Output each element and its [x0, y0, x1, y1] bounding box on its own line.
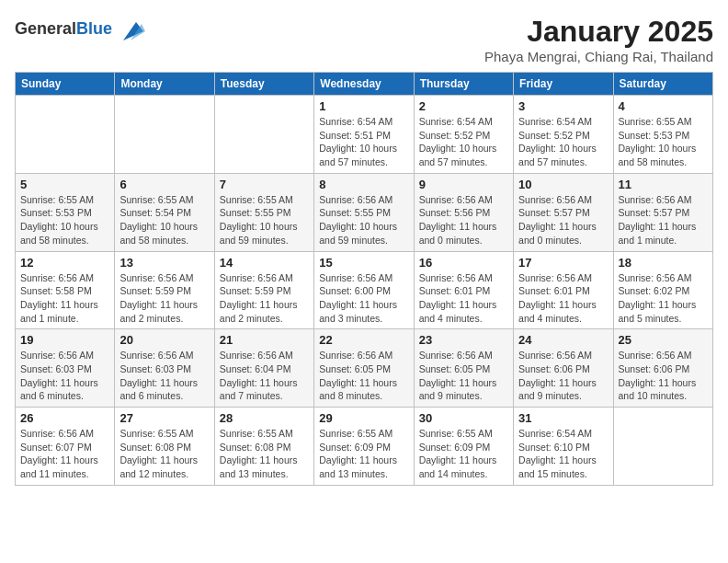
day-info: Sunrise: 6:56 AM Sunset: 6:03 PM Dayligh… [20, 349, 109, 403]
day-info: Sunrise: 6:56 AM Sunset: 5:57 PM Dayligh… [619, 193, 708, 247]
day-number: 11 [619, 178, 708, 191]
calendar-cell: 29Sunrise: 6:55 AM Sunset: 6:09 PM Dayli… [314, 408, 414, 486]
day-info: Sunrise: 6:54 AM Sunset: 5:51 PM Dayligh… [319, 115, 408, 169]
calendar-week-2: 5Sunrise: 6:55 AM Sunset: 5:53 PM Daylig… [16, 173, 713, 251]
calendar-cell: 27Sunrise: 6:55 AM Sunset: 6:08 PM Dayli… [115, 408, 214, 486]
day-info: Sunrise: 6:55 AM Sunset: 6:08 PM Dayligh… [119, 427, 209, 481]
day-info: Sunrise: 6:56 AM Sunset: 5:55 PM Dayligh… [319, 193, 408, 247]
calendar-cell: 12Sunrise: 6:56 AM Sunset: 5:58 PM Dayli… [16, 251, 115, 329]
calendar-cell: 15Sunrise: 6:56 AM Sunset: 6:00 PM Dayli… [314, 251, 414, 329]
day-info: Sunrise: 6:56 AM Sunset: 6:01 PM Dayligh… [419, 271, 508, 326]
day-info: Sunrise: 6:56 AM Sunset: 6:04 PM Dayligh… [220, 349, 309, 403]
day-number: 28 [220, 411, 309, 425]
calendar-cell: 26Sunrise: 6:56 AM Sunset: 6:07 PM Dayli… [16, 408, 115, 486]
day-info: Sunrise: 6:56 AM Sunset: 6:03 PM Dayligh… [119, 349, 209, 403]
day-number: 20 [119, 333, 209, 347]
day-number: 6 [119, 178, 209, 191]
day-info: Sunrise: 6:56 AM Sunset: 6:07 PM Dayligh… [20, 427, 109, 481]
day-info: Sunrise: 6:55 AM Sunset: 6:08 PM Dayligh… [220, 427, 309, 481]
day-number: 22 [319, 333, 408, 347]
day-info: Sunrise: 6:54 AM Sunset: 5:52 PM Dayligh… [419, 115, 508, 169]
calendar-cell [214, 96, 313, 174]
day-number: 31 [518, 411, 608, 425]
day-number: 1 [319, 99, 408, 113]
weekday-header-friday: Friday [514, 73, 613, 96]
day-info: Sunrise: 6:56 AM Sunset: 6:00 PM Dayligh… [319, 271, 408, 326]
calendar-table: SundayMondayTuesdayWednesdayThursdayFrid… [15, 72, 713, 486]
day-info: Sunrise: 6:56 AM Sunset: 5:56 PM Dayligh… [419, 193, 508, 247]
calendar-cell: 24Sunrise: 6:56 AM Sunset: 6:06 PM Dayli… [514, 329, 613, 408]
day-number: 16 [419, 256, 508, 270]
day-number: 30 [419, 411, 508, 425]
day-number: 24 [518, 333, 608, 347]
calendar-week-1: 1Sunrise: 6:54 AM Sunset: 5:51 PM Daylig… [16, 96, 713, 174]
logo-general: GeneralBlue [15, 20, 112, 39]
calendar-cell: 22Sunrise: 6:56 AM Sunset: 6:05 PM Dayli… [314, 329, 414, 408]
day-info: Sunrise: 6:55 AM Sunset: 5:53 PM Dayligh… [619, 115, 708, 169]
day-number: 26 [20, 411, 109, 425]
day-info: Sunrise: 6:56 AM Sunset: 6:05 PM Dayligh… [419, 349, 508, 403]
day-number: 13 [119, 256, 209, 270]
day-number: 15 [319, 256, 408, 270]
calendar-week-5: 26Sunrise: 6:56 AM Sunset: 6:07 PM Dayli… [16, 408, 713, 486]
calendar-cell: 21Sunrise: 6:56 AM Sunset: 6:04 PM Dayli… [214, 329, 313, 408]
day-number: 7 [220, 178, 309, 191]
calendar-cell: 6Sunrise: 6:55 AM Sunset: 5:54 PM Daylig… [115, 173, 214, 251]
weekday-header-row: SundayMondayTuesdayWednesdayThursdayFrid… [16, 73, 713, 96]
day-number: 27 [119, 411, 209, 425]
day-info: Sunrise: 6:55 AM Sunset: 6:09 PM Dayligh… [319, 427, 408, 481]
calendar-cell: 1Sunrise: 6:54 AM Sunset: 5:51 PM Daylig… [314, 96, 414, 174]
day-info: Sunrise: 6:56 AM Sunset: 6:05 PM Dayligh… [319, 349, 408, 403]
day-info: Sunrise: 6:55 AM Sunset: 5:54 PM Dayligh… [119, 193, 209, 247]
calendar-week-4: 19Sunrise: 6:56 AM Sunset: 6:03 PM Dayli… [16, 329, 713, 408]
day-info: Sunrise: 6:55 AM Sunset: 6:09 PM Dayligh… [419, 427, 508, 481]
day-number: 14 [220, 256, 309, 270]
day-number: 23 [419, 333, 508, 347]
day-info: Sunrise: 6:56 AM Sunset: 6:06 PM Dayligh… [619, 349, 708, 403]
weekday-header-sunday: Sunday [16, 73, 115, 96]
logo-icon [116, 15, 145, 44]
calendar-week-3: 12Sunrise: 6:56 AM Sunset: 5:58 PM Dayli… [16, 251, 713, 329]
day-info: Sunrise: 6:55 AM Sunset: 5:55 PM Dayligh… [220, 193, 309, 247]
calendar-cell [16, 96, 115, 174]
day-info: Sunrise: 6:56 AM Sunset: 5:59 PM Dayligh… [119, 271, 209, 326]
calendar-cell: 9Sunrise: 6:56 AM Sunset: 5:56 PM Daylig… [414, 173, 513, 251]
calendar-cell: 14Sunrise: 6:56 AM Sunset: 5:59 PM Dayli… [214, 251, 313, 329]
day-info: Sunrise: 6:56 AM Sunset: 6:02 PM Dayligh… [619, 271, 708, 326]
day-info: Sunrise: 6:56 AM Sunset: 5:59 PM Dayligh… [220, 271, 309, 326]
day-number: 19 [20, 333, 109, 347]
day-number: 4 [619, 99, 708, 113]
calendar-cell: 3Sunrise: 6:54 AM Sunset: 5:52 PM Daylig… [514, 96, 613, 174]
weekday-header-tuesday: Tuesday [214, 73, 313, 96]
calendar-cell: 19Sunrise: 6:56 AM Sunset: 6:03 PM Dayli… [16, 329, 115, 408]
calendar-cell: 31Sunrise: 6:54 AM Sunset: 6:10 PM Dayli… [514, 408, 613, 486]
day-number: 17 [518, 256, 608, 270]
day-number: 12 [20, 256, 109, 270]
day-number: 29 [319, 411, 408, 425]
day-info: Sunrise: 6:55 AM Sunset: 5:53 PM Dayligh… [20, 193, 109, 247]
calendar-cell [115, 96, 214, 174]
day-number: 21 [220, 333, 309, 347]
day-number: 25 [619, 333, 708, 347]
day-number: 9 [419, 178, 508, 191]
calendar-cell: 30Sunrise: 6:55 AM Sunset: 6:09 PM Dayli… [414, 408, 513, 486]
day-info: Sunrise: 6:54 AM Sunset: 6:10 PM Dayligh… [518, 427, 608, 481]
weekday-header-monday: Monday [115, 73, 214, 96]
day-number: 2 [419, 99, 508, 113]
calendar-cell: 7Sunrise: 6:55 AM Sunset: 5:55 PM Daylig… [214, 173, 313, 251]
calendar-cell [613, 408, 712, 486]
calendar-cell: 25Sunrise: 6:56 AM Sunset: 6:06 PM Dayli… [613, 329, 712, 408]
calendar-cell: 11Sunrise: 6:56 AM Sunset: 5:57 PM Dayli… [613, 173, 712, 251]
calendar-cell: 13Sunrise: 6:56 AM Sunset: 5:59 PM Dayli… [115, 251, 214, 329]
calendar-cell: 23Sunrise: 6:56 AM Sunset: 6:05 PM Dayli… [414, 329, 513, 408]
day-info: Sunrise: 6:54 AM Sunset: 5:52 PM Dayligh… [518, 115, 608, 169]
title-block: January 2025 Phaya Mengrai, Chiang Rai, … [484, 15, 713, 64]
weekday-header-saturday: Saturday [613, 73, 712, 96]
weekday-header-thursday: Thursday [414, 73, 513, 96]
day-info: Sunrise: 6:56 AM Sunset: 5:57 PM Dayligh… [518, 193, 608, 247]
calendar-cell: 17Sunrise: 6:56 AM Sunset: 6:01 PM Dayli… [514, 251, 613, 329]
location-title: Phaya Mengrai, Chiang Rai, Thailand [484, 49, 713, 64]
calendar-cell: 16Sunrise: 6:56 AM Sunset: 6:01 PM Dayli… [414, 251, 513, 329]
page-header: GeneralBlue January 2025 Phaya Mengrai, … [15, 15, 713, 64]
month-title: January 2025 [484, 15, 713, 49]
